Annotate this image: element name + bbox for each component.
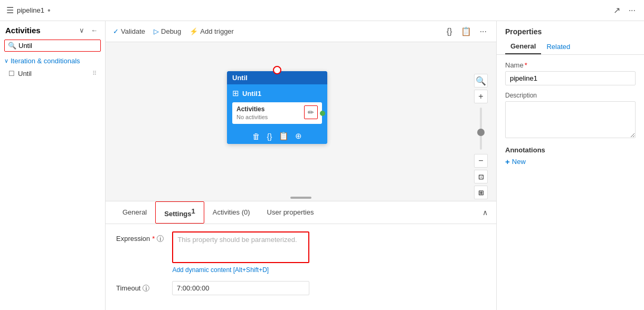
drag-handle-icon: ⠿ bbox=[92, 70, 97, 77]
sidebar-header: Activities ∨ ← bbox=[0, 21, 105, 40]
zoom-fit-btn[interactable]: ⊡ bbox=[474, 170, 488, 183]
expression-required-star: * bbox=[152, 235, 155, 243]
until-activities-text: Activities No activities bbox=[236, 105, 268, 121]
trigger-icon: ⚡ bbox=[190, 27, 198, 35]
toolbar-right: {} 📋 ··· bbox=[444, 25, 489, 37]
expression-row: Expression * i This property should be p… bbox=[116, 231, 486, 274]
sidebar: Activities ∨ ← 🔍 ∨ Iteration & condition… bbox=[0, 21, 106, 310]
more-options-btn[interactable]: ··· bbox=[627, 5, 638, 16]
until-edit-btn[interactable]: ✏ bbox=[304, 105, 318, 119]
unsaved-dot: • bbox=[48, 6, 51, 15]
sidebar-collapse-icons: ∨ ← bbox=[77, 25, 100, 35]
timeout-input-group bbox=[172, 281, 320, 295]
bottom-panel: General Settings1 Activities (0) User pr… bbox=[106, 201, 496, 310]
zoom-expand-btn[interactable]: ⊞ bbox=[474, 186, 488, 199]
activities-sub: No activities bbox=[236, 114, 268, 120]
props-tab-general[interactable]: General bbox=[505, 39, 541, 54]
until-node[interactable]: Until ⊞ Until1 Activities No activities … bbox=[227, 71, 327, 144]
until-icon: ☐ bbox=[8, 70, 15, 78]
sidebar-title: Activities bbox=[5, 26, 41, 35]
description-textarea[interactable] bbox=[505, 101, 636, 138]
add-trigger-label: Add trigger bbox=[200, 27, 234, 35]
zoom-slider-track bbox=[480, 108, 482, 150]
toolbar: ✓ Validate ▷ Debug ⚡ Add trigger {} 📋 ··… bbox=[106, 21, 496, 42]
expression-info-icon: i bbox=[157, 235, 164, 242]
properties-tabs: General Related bbox=[497, 39, 644, 55]
until-node-body: ⊞ Until1 Activities No activities ✏ bbox=[227, 84, 327, 128]
top-bar: ☰ pipeline1 • ↗ ··· bbox=[0, 0, 644, 21]
add-trigger-btn[interactable]: ⚡ Add trigger bbox=[190, 27, 234, 35]
plus-icon: + bbox=[505, 157, 510, 166]
zoom-in-btn[interactable]: + bbox=[474, 90, 488, 103]
tab-settings[interactable]: Settings1 bbox=[155, 201, 204, 224]
name-input[interactable] bbox=[505, 71, 636, 85]
add-output-btn[interactable]: ⊕ bbox=[295, 131, 302, 141]
until-activities-box: Activities No activities ✏ bbox=[232, 102, 322, 124]
section-collapse-icon: ∨ bbox=[4, 57, 8, 64]
tab-general[interactable]: General bbox=[114, 203, 155, 221]
app-logo: ☰ pipeline1 • bbox=[6, 5, 51, 15]
code-icon-btn[interactable]: {} bbox=[444, 26, 454, 37]
tab-activities[interactable]: Activities (0) bbox=[204, 203, 259, 221]
zoom-slider-thumb[interactable] bbox=[477, 129, 485, 136]
zoom-search-btn[interactable]: 🔍 bbox=[474, 74, 488, 88]
logo-icon: ☰ bbox=[6, 5, 14, 15]
until-header-label: Until bbox=[232, 74, 248, 82]
activities-label: Activities bbox=[236, 105, 268, 113]
scroll-handle bbox=[290, 197, 311, 199]
timeout-row: Timeout i bbox=[116, 281, 486, 295]
debug-btn[interactable]: ▷ Debug bbox=[154, 27, 181, 35]
delete-btn[interactable]: 🗑 bbox=[252, 132, 260, 141]
debug-icon: ▷ bbox=[154, 27, 159, 35]
props-tab-related[interactable]: Related bbox=[541, 39, 575, 54]
sidebar-search-box: 🔍 bbox=[4, 40, 101, 52]
tab-user-properties[interactable]: User properties bbox=[259, 203, 323, 221]
add-dynamic-content-link[interactable]: Add dynamic content [Alt+Shift+D] bbox=[172, 266, 320, 274]
until-node-title: Until1 bbox=[242, 90, 261, 98]
name-field-label: Name * bbox=[505, 61, 636, 69]
timeout-input[interactable] bbox=[172, 281, 309, 295]
name-required-star: * bbox=[525, 61, 527, 69]
zoom-controls: 🔍 + − ⊡ ⊞ bbox=[474, 74, 488, 199]
validate-label: Validate bbox=[121, 27, 145, 35]
more-toolbar-btn[interactable]: ··· bbox=[478, 26, 489, 37]
main-layout: Activities ∨ ← 🔍 ∨ Iteration & condition… bbox=[0, 21, 644, 310]
center-area: ✓ Validate ▷ Debug ⚡ Add trigger {} 📋 ··… bbox=[106, 21, 496, 310]
expand-icon-btn[interactable]: ↗ bbox=[611, 4, 622, 16]
sidebar-collapse-left[interactable]: ← bbox=[89, 25, 100, 35]
start-dot bbox=[273, 66, 281, 74]
sidebar-section-iteration[interactable]: ∨ Iteration & conditionals bbox=[0, 55, 105, 67]
search-icon: 🔍 bbox=[8, 42, 16, 50]
name-field: Name * bbox=[505, 61, 636, 85]
app-title: pipeline1 bbox=[17, 6, 44, 14]
green-status-dot bbox=[320, 111, 325, 116]
annotations-field: Annotations + New bbox=[505, 146, 636, 166]
expression-label: Expression * i bbox=[116, 231, 164, 243]
annotations-label: Annotations bbox=[505, 146, 636, 154]
properties-panel: Properties General Related Name * Descri… bbox=[496, 21, 644, 310]
search-input[interactable] bbox=[18, 42, 97, 50]
canvas[interactable]: Until ⊞ Until1 Activities No activities … bbox=[106, 42, 496, 201]
monitor-icon-btn[interactable]: 📋 bbox=[459, 25, 473, 37]
description-field: Description bbox=[505, 92, 636, 140]
properties-body: Name * Description Annotations + New bbox=[497, 55, 644, 179]
properties-header: Properties bbox=[497, 21, 644, 39]
timeout-info-icon: i bbox=[143, 285, 149, 292]
description-field-label: Description bbox=[505, 92, 636, 99]
code-btn[interactable]: {} bbox=[267, 132, 272, 141]
until-node-footer: 🗑 {} 📋 ⊕ bbox=[227, 128, 327, 144]
top-bar-icons: ↗ ··· bbox=[611, 4, 638, 16]
bottom-tabs: General Settings1 Activities (0) User pr… bbox=[106, 201, 496, 224]
sidebar-item-until[interactable]: ☐ Until ⠿ bbox=[0, 67, 105, 80]
until-body-icon: ⊞ bbox=[232, 89, 239, 98]
copy-btn[interactable]: 📋 bbox=[279, 131, 289, 141]
panel-collapse-btn[interactable]: ∧ bbox=[482, 208, 488, 217]
bottom-content: Expression * i This property should be p… bbox=[106, 224, 496, 310]
debug-label: Debug bbox=[161, 27, 181, 35]
section-label: Iteration & conditionals bbox=[11, 57, 80, 65]
new-annotation-btn[interactable]: + New bbox=[505, 157, 526, 166]
expression-textarea[interactable]: This property should be parameterized. bbox=[172, 231, 309, 263]
sidebar-collapse-down[interactable]: ∨ bbox=[77, 25, 87, 35]
validate-btn[interactable]: ✓ Validate bbox=[113, 27, 145, 35]
zoom-out-btn[interactable]: − bbox=[474, 154, 488, 168]
